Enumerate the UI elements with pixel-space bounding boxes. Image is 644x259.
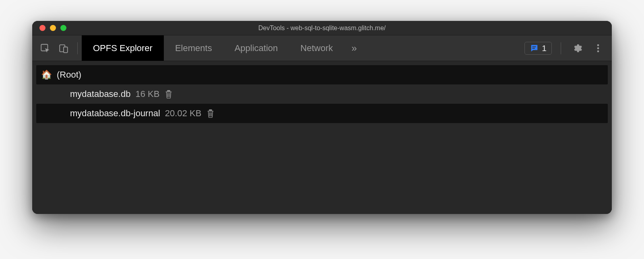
tab-elements[interactable]: Elements	[164, 35, 223, 61]
window-title: DevTools - web-sql-to-sqlite-wasm.glitch…	[32, 25, 612, 32]
close-window-button[interactable]	[39, 25, 45, 31]
file-name: mydatabase.db-journal	[70, 108, 160, 119]
toolbar: OPFS Explorer Elements Application Netwo…	[32, 35, 612, 61]
chevron-right-icon: »	[351, 43, 357, 54]
chat-icon	[530, 44, 539, 53]
tree-file-row[interactable]: mydatabase.db 16 KB	[36, 84, 608, 104]
toolbar-right	[557, 39, 607, 57]
svg-rect-2	[64, 47, 68, 52]
tree-root[interactable]: 🏠 (Root)	[36, 65, 608, 84]
tab-network[interactable]: Network	[289, 35, 344, 61]
traffic-lights	[32, 25, 66, 31]
svg-rect-4	[533, 48, 535, 49]
opfs-explorer-panel: 🏠 (Root) mydatabase.db 16 KB mydatabase.…	[32, 61, 612, 214]
tab-label: Elements	[175, 43, 212, 53]
svg-point-5	[597, 44, 599, 46]
trash-icon	[206, 109, 215, 118]
tab-label: Network	[300, 43, 333, 53]
issues-button[interactable]: 1	[524, 42, 552, 55]
panel-tabs: OPFS Explorer Elements Application Netwo…	[82, 35, 364, 61]
file-size: 16 KB	[135, 89, 159, 99]
minimize-window-button[interactable]	[50, 25, 56, 31]
tree-file-row[interactable]: mydatabase.db-journal 20.02 KB	[36, 104, 608, 123]
inspect-icon	[40, 43, 50, 53]
toolbar-left	[36, 39, 82, 57]
titlebar: DevTools - web-sql-to-sqlite-wasm.glitch…	[32, 21, 612, 35]
devices-icon	[58, 43, 69, 53]
tab-opfs-explorer[interactable]: OPFS Explorer	[82, 35, 164, 61]
trash-icon	[164, 89, 173, 99]
svg-point-6	[597, 47, 599, 49]
tab-label: OPFS Explorer	[93, 43, 153, 53]
file-name: mydatabase.db	[70, 89, 130, 99]
issues-count: 1	[542, 43, 547, 53]
delete-file-button[interactable]	[206, 109, 215, 118]
inspect-element-button[interactable]	[36, 39, 54, 57]
root-label: (Root)	[57, 70, 81, 80]
maximize-window-button[interactable]	[60, 25, 66, 31]
tab-application[interactable]: Application	[223, 35, 289, 61]
tab-label: Application	[235, 43, 278, 53]
file-size: 20.02 KB	[165, 108, 202, 119]
svg-rect-3	[533, 46, 536, 47]
device-toggle-button[interactable]	[55, 39, 72, 57]
kebab-icon	[593, 43, 603, 53]
devtools-window: DevTools - web-sql-to-sqlite-wasm.glitch…	[32, 21, 612, 214]
gear-icon	[572, 43, 582, 53]
more-options-button[interactable]	[589, 39, 607, 57]
settings-button[interactable]	[568, 39, 586, 57]
home-icon: 🏠	[41, 70, 52, 80]
toolbar-separator	[561, 42, 561, 54]
svg-point-7	[597, 50, 599, 52]
toolbar-separator	[77, 42, 78, 54]
delete-file-button[interactable]	[164, 89, 173, 99]
more-tabs-button[interactable]: »	[344, 35, 364, 61]
